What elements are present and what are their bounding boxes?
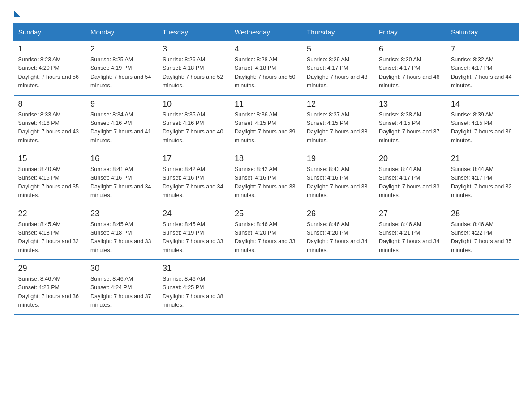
day-number: 26 — [307, 209, 369, 218]
calendar-cell: 4 Sunrise: 8:28 AMSunset: 4:18 PMDayligh… — [230, 41, 302, 95]
day-number: 12 — [307, 99, 369, 109]
day-number: 24 — [163, 209, 225, 218]
day-info: Sunrise: 8:46 AMSunset: 4:20 PMDaylight:… — [235, 221, 296, 253]
day-info: Sunrise: 8:45 AMSunset: 4:18 PMDaylight:… — [18, 221, 79, 253]
calendar-cell: 16 Sunrise: 8:41 AMSunset: 4:16 PMDaylig… — [86, 150, 158, 205]
day-info: Sunrise: 8:37 AMSunset: 4:15 PMDaylight:… — [307, 111, 368, 144]
day-info: Sunrise: 8:46 AMSunset: 4:20 PMDaylight:… — [307, 221, 368, 253]
calendar-cell: 29 Sunrise: 8:46 AMSunset: 4:23 PMDaylig… — [14, 260, 86, 315]
calendar-cell: 6 Sunrise: 8:30 AMSunset: 4:17 PMDayligh… — [374, 41, 446, 95]
calendar-cell: 14 Sunrise: 8:39 AMSunset: 4:15 PMDaylig… — [446, 95, 519, 150]
day-number: 17 — [163, 154, 225, 163]
calendar-cell: 22 Sunrise: 8:45 AMSunset: 4:18 PMDaylig… — [14, 205, 86, 260]
calendar-table: SundayMondayTuesdayWednesdayThursdayFrid… — [13, 23, 519, 315]
day-info: Sunrise: 8:39 AMSunset: 4:15 PMDaylight:… — [451, 111, 512, 144]
day-number: 18 — [235, 154, 297, 163]
calendar-week-row: 22 Sunrise: 8:45 AMSunset: 4:18 PMDaylig… — [14, 205, 519, 260]
day-number: 15 — [18, 154, 82, 163]
calendar-cell: 18 Sunrise: 8:42 AMSunset: 4:16 PMDaylig… — [230, 150, 302, 205]
day-number: 31 — [163, 264, 225, 273]
calendar-cell: 12 Sunrise: 8:37 AMSunset: 4:15 PMDaylig… — [302, 95, 374, 150]
day-info: Sunrise: 8:46 AMSunset: 4:25 PMDaylight:… — [163, 276, 223, 308]
day-info: Sunrise: 8:42 AMSunset: 4:16 PMDaylight:… — [235, 166, 296, 198]
header-wednesday: Wednesday — [230, 24, 302, 41]
calendar-cell: 15 Sunrise: 8:40 AMSunset: 4:15 PMDaylig… — [14, 150, 86, 205]
calendar-cell: 1 Sunrise: 8:23 AMSunset: 4:20 PMDayligh… — [14, 41, 86, 95]
calendar-week-row: 8 Sunrise: 8:33 AMSunset: 4:16 PMDayligh… — [14, 95, 519, 150]
calendar-cell: 11 Sunrise: 8:36 AMSunset: 4:15 PMDaylig… — [230, 95, 302, 150]
header-monday: Monday — [86, 24, 158, 41]
logo — [13, 9, 21, 15]
day-info: Sunrise: 8:45 AMSunset: 4:19 PMDaylight:… — [163, 221, 223, 253]
day-info: Sunrise: 8:26 AMSunset: 4:18 PMDaylight:… — [163, 56, 223, 89]
day-info: Sunrise: 8:44 AMSunset: 4:17 PMDaylight:… — [451, 166, 512, 198]
calendar-cell — [230, 260, 302, 315]
header-friday: Friday — [374, 24, 446, 41]
day-info: Sunrise: 8:28 AMSunset: 4:18 PMDaylight:… — [235, 56, 296, 89]
day-number: 14 — [451, 99, 514, 109]
day-info: Sunrise: 8:46 AMSunset: 4:24 PMDaylight:… — [90, 276, 151, 308]
day-number: 3 — [163, 44, 225, 54]
day-info: Sunrise: 8:46 AMSunset: 4:21 PMDaylight:… — [379, 221, 440, 253]
day-info: Sunrise: 8:42 AMSunset: 4:16 PMDaylight:… — [163, 166, 223, 198]
day-info: Sunrise: 8:45 AMSunset: 4:18 PMDaylight:… — [90, 221, 151, 253]
page-header — [13, 9, 519, 15]
calendar-cell — [374, 260, 446, 315]
calendar-cell: 5 Sunrise: 8:29 AMSunset: 4:17 PMDayligh… — [302, 41, 374, 95]
calendar-cell: 3 Sunrise: 8:26 AMSunset: 4:18 PMDayligh… — [158, 41, 230, 95]
day-number: 5 — [307, 44, 369, 54]
day-number: 7 — [451, 44, 514, 54]
day-info: Sunrise: 8:32 AMSunset: 4:17 PMDaylight:… — [451, 56, 512, 89]
day-number: 20 — [379, 154, 442, 163]
calendar-week-row: 29 Sunrise: 8:46 AMSunset: 4:23 PMDaylig… — [14, 260, 519, 315]
calendar-cell: 9 Sunrise: 8:34 AMSunset: 4:16 PMDayligh… — [86, 95, 158, 150]
calendar-cell: 21 Sunrise: 8:44 AMSunset: 4:17 PMDaylig… — [446, 150, 519, 205]
day-number: 19 — [307, 154, 369, 163]
day-number: 28 — [451, 209, 514, 218]
day-info: Sunrise: 8:25 AMSunset: 4:19 PMDaylight:… — [90, 56, 151, 89]
calendar-cell — [446, 260, 519, 315]
calendar-cell: 31 Sunrise: 8:46 AMSunset: 4:25 PMDaylig… — [158, 260, 230, 315]
calendar-cell: 2 Sunrise: 8:25 AMSunset: 4:19 PMDayligh… — [86, 41, 158, 95]
calendar-cell: 26 Sunrise: 8:46 AMSunset: 4:20 PMDaylig… — [302, 205, 374, 260]
header-sunday: Sunday — [14, 24, 86, 41]
calendar-cell: 20 Sunrise: 8:44 AMSunset: 4:17 PMDaylig… — [374, 150, 446, 205]
calendar-cell: 13 Sunrise: 8:38 AMSunset: 4:15 PMDaylig… — [374, 95, 446, 150]
header-tuesday: Tuesday — [158, 24, 230, 41]
logo-triangle-icon — [14, 11, 21, 17]
calendar-header-row: SundayMondayTuesdayWednesdayThursdayFrid… — [14, 24, 519, 41]
calendar-cell: 17 Sunrise: 8:42 AMSunset: 4:16 PMDaylig… — [158, 150, 230, 205]
day-number: 29 — [18, 264, 82, 273]
day-info: Sunrise: 8:36 AMSunset: 4:15 PMDaylight:… — [235, 111, 296, 144]
day-number: 9 — [90, 99, 153, 109]
day-number: 1 — [18, 44, 82, 54]
day-number: 16 — [90, 154, 153, 163]
calendar-week-row: 15 Sunrise: 8:40 AMSunset: 4:15 PMDaylig… — [14, 150, 519, 205]
calendar-cell: 30 Sunrise: 8:46 AMSunset: 4:24 PMDaylig… — [86, 260, 158, 315]
day-info: Sunrise: 8:23 AMSunset: 4:20 PMDaylight:… — [18, 56, 79, 89]
header-thursday: Thursday — [302, 24, 374, 41]
calendar-cell: 27 Sunrise: 8:46 AMSunset: 4:21 PMDaylig… — [374, 205, 446, 260]
day-info: Sunrise: 8:30 AMSunset: 4:17 PMDaylight:… — [379, 56, 440, 89]
day-number: 22 — [18, 209, 82, 218]
day-number: 23 — [90, 209, 153, 218]
day-info: Sunrise: 8:35 AMSunset: 4:16 PMDaylight:… — [163, 111, 223, 144]
calendar-cell: 8 Sunrise: 8:33 AMSunset: 4:16 PMDayligh… — [14, 95, 86, 150]
day-number: 27 — [379, 209, 442, 218]
day-info: Sunrise: 8:44 AMSunset: 4:17 PMDaylight:… — [379, 166, 440, 198]
calendar-cell: 24 Sunrise: 8:45 AMSunset: 4:19 PMDaylig… — [158, 205, 230, 260]
day-number: 6 — [379, 44, 442, 54]
calendar-cell — [302, 260, 374, 315]
day-info: Sunrise: 8:46 AMSunset: 4:22 PMDaylight:… — [451, 221, 512, 253]
calendar-cell: 23 Sunrise: 8:45 AMSunset: 4:18 PMDaylig… — [86, 205, 158, 260]
day-info: Sunrise: 8:41 AMSunset: 4:16 PMDaylight:… — [90, 166, 151, 198]
day-info: Sunrise: 8:34 AMSunset: 4:16 PMDaylight:… — [90, 111, 151, 144]
day-number: 25 — [235, 209, 297, 218]
calendar-week-row: 1 Sunrise: 8:23 AMSunset: 4:20 PMDayligh… — [14, 41, 519, 95]
header-saturday: Saturday — [446, 24, 519, 41]
day-info: Sunrise: 8:43 AMSunset: 4:16 PMDaylight:… — [307, 166, 368, 198]
calendar-cell: 28 Sunrise: 8:46 AMSunset: 4:22 PMDaylig… — [446, 205, 519, 260]
day-number: 4 — [235, 44, 297, 54]
day-number: 10 — [163, 99, 225, 109]
day-number: 21 — [451, 154, 514, 163]
